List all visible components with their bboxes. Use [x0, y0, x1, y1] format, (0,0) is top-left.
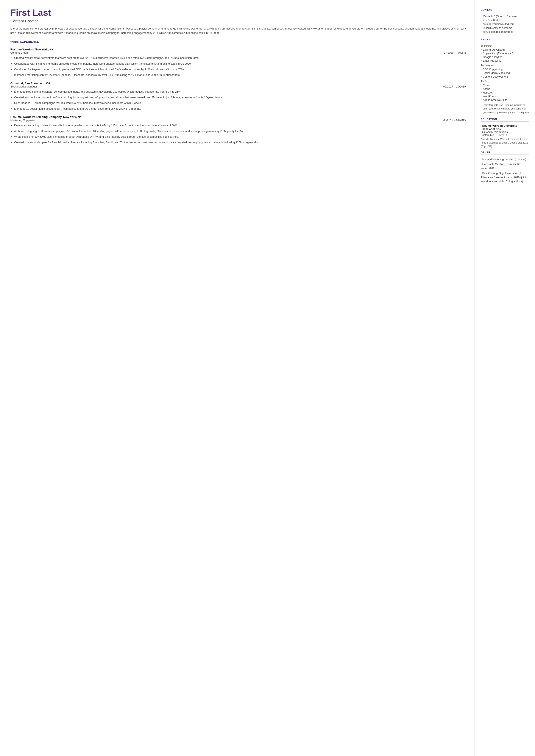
skills-category-technical: Technical:	[481, 44, 529, 47]
list-item: Asana	[481, 88, 529, 91]
job-2-meta: Social Media Manager 05/2017 – 10/2019	[10, 85, 466, 88]
skills-note: Don't forget to use Resume Worded to sca…	[481, 103, 529, 114]
skills-title: SKILLS	[481, 38, 529, 42]
job-1-meta: Content Creator 07/2019 – Present	[10, 51, 466, 54]
candidate-title: Content Creator	[10, 19, 466, 23]
job-3-meta: Marketing Copywriter 08/2012 – 01/2015	[10, 119, 466, 122]
skills-list-technical: Editing (Advanced) Copywriting (Experien…	[481, 48, 529, 62]
job-3-company: Resume Worded's Exciting Company, New Yo…	[10, 115, 466, 119]
list-item: Collaborated with 5 marketing teams on s…	[14, 61, 466, 66]
list-item: Created weekly email newsletters that we…	[14, 56, 466, 60]
left-column: First Last Content Creator Life-of-the-p…	[0, 0, 475, 756]
list-item: Spearheaded 13 email campaigns that resu…	[14, 101, 466, 105]
list-item: email@resumeworded.com	[481, 23, 529, 26]
job-2-role: Social Media Manager	[10, 85, 37, 88]
education-block: Resume Worded University Bachelor of Art…	[481, 124, 529, 149]
summary-text: Life-of-the-party content creator with 8…	[10, 26, 466, 35]
edu-degree: Bachelor of Arts	[481, 127, 529, 130]
skills-category-tools: Tools:	[481, 80, 529, 83]
list-item: Created and published content on Growths…	[14, 95, 466, 99]
list-item: Conducted 2K keyword research and implem…	[14, 67, 466, 71]
edu-awards: Awards: Resume Worded Teaching Fellow (o…	[481, 137, 529, 149]
list-item: Managed blog editorial calendar, concept…	[14, 90, 466, 94]
list-item: github.com/resumeworded	[481, 30, 529, 33]
list-item: Increased marketing content inventory (e…	[14, 72, 466, 77]
job-1-dates: 07/2019 – Present	[444, 51, 466, 54]
candidate-name: First Last	[10, 8, 466, 18]
list-item: Content Development	[481, 75, 529, 78]
skills-list-techniques: SEO Copywriting Social Media Marketing C…	[481, 68, 529, 78]
list-item: Maine, ME (Open to Remote)	[481, 15, 529, 18]
skills-list-tools: Cision Asana Hubspot WordPress Adobe Cre…	[481, 84, 529, 101]
list-item: Email Marketing	[481, 59, 529, 62]
contact-title: CONTACT	[481, 9, 529, 12]
job-3-bullets: Developed engaging content for website h…	[10, 123, 466, 145]
other-title: OTHER	[481, 151, 529, 155]
list-item: Managed 12 social media accounts for 7 c…	[14, 106, 466, 111]
edu-location-date: Boston, MA — 05/2011	[481, 134, 529, 137]
education-title: EDUCATION	[481, 118, 529, 122]
list-item: Adobe Creative Suite	[481, 98, 529, 101]
job-1-company: Resume Worded, New York, NY	[10, 48, 466, 51]
right-column: CONTACT Maine, ME (Open to Remote) +1-55…	[475, 0, 535, 756]
other-item-1: • Inbound Marketing Certified (Hubspot).	[481, 157, 529, 161]
list-item: Hubspot	[481, 91, 529, 94]
list-item: Created content and copies for 7 social …	[14, 140, 466, 145]
list-item: Google Analytics	[481, 56, 529, 59]
list-item: Wrote copies for 10K SMS blast increasin…	[14, 134, 466, 139]
work-experience-title: WORK EXPERIENCE	[10, 40, 466, 44]
list-item: Editing (Advanced)	[481, 48, 529, 51]
resume-worded-link[interactable]: Resume Worded	[504, 104, 522, 106]
skills-note-prefix: Don't forget to use	[483, 104, 504, 106]
edu-school: Resume Worded University	[481, 124, 529, 127]
job-block-3: Resume Worded's Exciting Company, New Yo…	[10, 115, 466, 145]
list-item: SEO Copywriting	[481, 68, 529, 71]
other-item-3: • Best Cooking Blog, Association of Alte…	[481, 171, 529, 184]
job-2-dates: 05/2017 – 10/2019	[443, 85, 466, 88]
job-3-dates: 08/2012 – 01/2015	[443, 119, 466, 122]
job-block-2: Growthsi, San Francisco, CA Social Media…	[10, 82, 466, 111]
other-section: • Inbound Marketing Certified (Hubspot).…	[481, 157, 529, 184]
job-1-bullets: Created weekly email newsletters that we…	[10, 56, 466, 77]
skills-category-techniques: Techniques:	[481, 64, 529, 67]
list-item: Copywriting (Experienced)	[481, 52, 529, 55]
list-item: WordPress	[481, 95, 529, 98]
list-item: Authored intriguing 2.5K email campaigns…	[14, 129, 466, 133]
edu-field: Film and Media Studies	[481, 130, 529, 134]
job-1-role: Content Creator	[10, 51, 30, 54]
list-item: linkedin.com/in/username	[481, 26, 529, 30]
list-item: Social Media Marketing	[481, 71, 529, 74]
job-block-1: Resume Worded, New York, NY Content Crea…	[10, 48, 466, 77]
list-item: Cision	[481, 84, 529, 87]
list-item: Developed engaging content for website h…	[14, 123, 466, 127]
list-item: +1-555-008-213	[481, 19, 529, 22]
other-item-2: • Honorable Mention, Growthsi 'Best Writ…	[481, 162, 529, 170]
job-2-bullets: Managed blog editorial calendar, concept…	[10, 90, 466, 111]
job-2-company: Growthsi, San Francisco, CA	[10, 82, 466, 85]
job-3-role: Marketing Copywriter	[10, 119, 36, 122]
contact-list: Maine, ME (Open to Remote) +1-555-008-21…	[481, 15, 529, 33]
